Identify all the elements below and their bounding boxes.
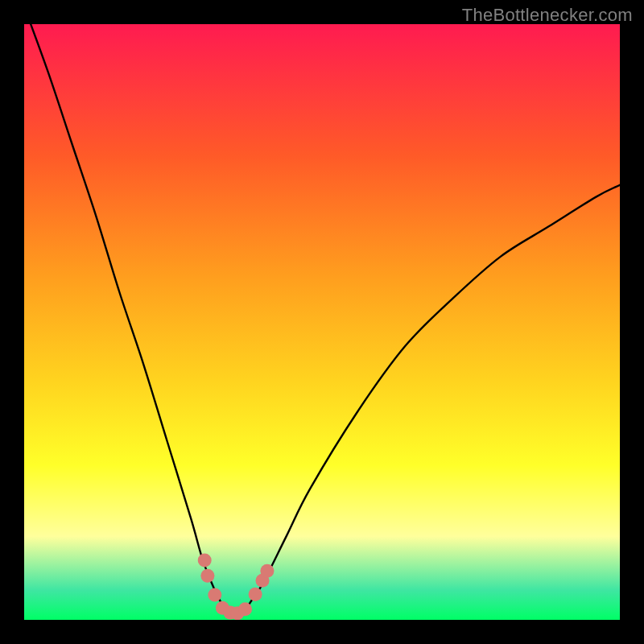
gradient-background <box>24 24 620 620</box>
marker-dot <box>198 554 212 568</box>
chart-container: TheBottlenecker.com <box>0 0 644 644</box>
bottleneck-chart-svg <box>24 24 620 620</box>
marker-dot <box>260 564 274 578</box>
plot-area <box>24 24 620 620</box>
marker-dot <box>200 569 214 583</box>
marker-dot <box>238 602 252 616</box>
marker-dot <box>249 588 262 601</box>
marker-dot <box>208 588 221 601</box>
watermark-text: TheBottlenecker.com <box>462 5 633 26</box>
